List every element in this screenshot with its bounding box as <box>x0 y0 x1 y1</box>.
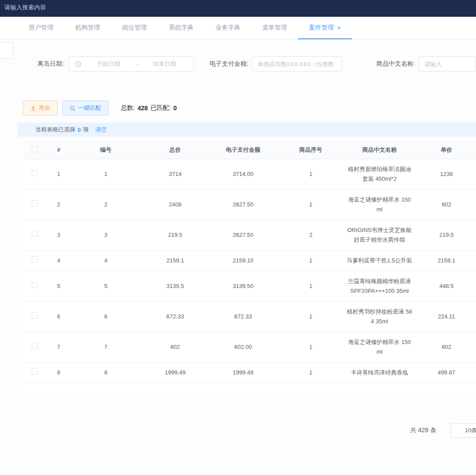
table-header-row: # 编号 总价 电子支付金额 商品序号 商品中文名称 单价 <box>23 141 476 159</box>
page-size-select[interactable]: 10条/页 <box>450 423 476 438</box>
end-date-input[interactable]: 结束日期 <box>140 60 189 68</box>
row-checkbox[interactable] <box>32 170 38 176</box>
cell-name: 马爹利蓝带干邑1.5公升装 <box>345 250 414 271</box>
col-header-total: 总价 <box>141 141 209 159</box>
data-table: # 编号 总价 电子支付金额 商品序号 商品中文名称 单价 1137143714… <box>23 141 476 395</box>
cell-unit: 602 <box>414 332 476 362</box>
matched-label: 已匹配: <box>150 104 171 112</box>
cell-total: 602 <box>141 332 209 362</box>
tab-label: 机构管理 <box>75 24 100 32</box>
total-value: 428 <box>138 105 148 112</box>
cell-name: 海蓝之谜修护精萃水 150ml <box>345 332 414 362</box>
checkbox-cell <box>23 250 47 271</box>
tab-label: 菜单管理 <box>262 24 287 32</box>
cell-unit: 224.11 <box>414 301 476 332</box>
export-button[interactable]: 导出 <box>23 101 58 116</box>
row-checkbox[interactable] <box>32 256 38 262</box>
col-header-unit-price: 单价 <box>414 141 476 159</box>
tab-业务字典[interactable]: 业务字典 <box>205 17 251 39</box>
row-checkbox[interactable] <box>32 231 38 237</box>
toolbar: 导出 一键匹配 总数: 428 已匹配: 0 <box>23 101 476 116</box>
cell-name: 植村秀新琥珀臻萃洁颜油套装 450ml*2 <box>345 159 414 189</box>
date-range-picker[interactable]: 开始日期 - 结束日期 <box>68 56 194 71</box>
cell-no: 8 <box>71 362 141 383</box>
clear-selection-link[interactable]: 清空 <box>95 126 107 134</box>
cell-idx: 2 <box>47 189 71 220</box>
cell-no: 5 <box>71 271 141 301</box>
cell-no: 4 <box>71 250 141 271</box>
cell-no: 2 <box>71 189 141 220</box>
row-checkbox[interactable] <box>32 282 38 288</box>
pagination-total: 共 428 条 <box>410 426 436 434</box>
filter-bar: 离岛日期: 开始日期 - 结束日期 电子支付金额: 商品中文名称: <box>37 40 476 71</box>
start-date-input[interactable]: 开始日期 <box>84 60 133 68</box>
cell-payment: 2159.10 <box>209 250 277 271</box>
cell-name: 卡诗菁纯亮泽经典香氛 <box>345 362 414 383</box>
topbar-search-input[interactable]: 请输入搜索内容 <box>4 4 46 11</box>
cell-seq: 1 <box>277 271 345 301</box>
table-row: 442159.12159.101马爹利蓝带干邑1.5公升装2159.1 <box>23 250 476 271</box>
tab-label: 用户管理 <box>29 24 53 32</box>
collapsed-panel <box>0 42 13 59</box>
cell-total: 219.5 <box>141 220 209 250</box>
cell-idx: 5 <box>47 271 71 301</box>
product-name-input[interactable] <box>419 56 476 71</box>
tab-bar: 用户管理机构管理岗位管理系统字典业务字典菜单管理案件管理× <box>0 17 476 40</box>
cell-seq: 1 <box>277 159 345 189</box>
cell-no: 6 <box>71 301 141 332</box>
col-header-payment: 电子支付金额 <box>209 141 277 159</box>
cell-idx: 7 <box>47 332 71 362</box>
cell-seq: 2 <box>277 220 345 250</box>
cell-total: 3139.5 <box>141 271 209 301</box>
cell-seq: 1 <box>277 250 345 271</box>
date-filter-label: 离岛日期: <box>37 60 64 68</box>
row-checkbox[interactable] <box>32 368 38 374</box>
export-button-label: 导出 <box>39 104 50 112</box>
table-row: 881999.491999.491卡诗菁纯亮泽经典香氛499.87 <box>23 362 476 383</box>
topbar: 请输入搜索内容 <box>0 0 476 17</box>
tab-用户管理[interactable]: 用户管理 <box>18 17 64 39</box>
cell-name: 植村秀羽纱持妆粉底液 584 35ml <box>345 301 414 332</box>
tab-菜单管理[interactable]: 菜单管理 <box>251 17 298 39</box>
checkbox-cell <box>23 301 47 332</box>
col-header-name: 商品中文名称 <box>345 141 414 159</box>
cell-payment: 2627.50 <box>209 189 277 220</box>
col-header-index: # <box>47 141 71 159</box>
table-row: 553139.53139.501兰蔻菁纯臻颜精华粉底液SPF20PA+++100… <box>23 271 476 301</box>
cell-unit: 219.5 <box>414 220 476 250</box>
table-body: 1137143714.001植村秀新琥珀臻萃洁颜油套装 450ml*212382… <box>23 159 476 383</box>
row-checkbox[interactable] <box>32 312 38 318</box>
tab-label: 案件管理 <box>309 24 334 32</box>
cell-payment: 3139.50 <box>209 271 277 301</box>
row-checkbox[interactable] <box>32 343 38 349</box>
one-click-match-button[interactable]: 一键匹配 <box>62 101 108 116</box>
product-name-filter-label: 商品中文名称: <box>376 60 415 68</box>
cell-idx: 4 <box>47 250 71 271</box>
tab-岗位管理[interactable]: 岗位管理 <box>111 17 158 39</box>
cell-payment: 672.33 <box>209 301 277 332</box>
table-row: 33219.52627.502ORIGINS韦博士灵芝焕能好底子精华水两件组21… <box>23 220 476 250</box>
col-header-no: 编号 <box>71 141 141 159</box>
selection-prefix: 当前表格已选择 <box>35 126 75 134</box>
cell-seq: 1 <box>277 332 345 362</box>
checkbox-cell <box>23 189 47 220</box>
cell-no: 7 <box>71 332 141 362</box>
cell-name: 兰蔻菁纯臻颜精华粉底液SPF20PA+++100 35ml <box>345 271 414 301</box>
cell-unit: 602 <box>414 189 476 220</box>
cell-total: 672.33 <box>141 301 209 332</box>
row-checkbox[interactable] <box>32 200 38 206</box>
tab-系统字典[interactable]: 系统字典 <box>158 17 205 39</box>
tab-机构管理[interactable]: 机构管理 <box>64 17 111 39</box>
payment-filter-label: 电子支付金额: <box>210 60 249 68</box>
payment-amount-input[interactable] <box>252 56 342 71</box>
counts-summary: 总数: 428 已匹配: 0 <box>121 104 177 112</box>
main-content: 离岛日期: 开始日期 - 结束日期 电子支付金额: 商品中文名称: 导出 <box>0 40 476 438</box>
search-icon <box>70 105 75 111</box>
select-all-checkbox[interactable] <box>32 146 38 152</box>
cell-unit: 2159.1 <box>414 250 476 271</box>
close-tab-icon[interactable]: × <box>337 24 341 31</box>
tab-案件管理[interactable]: 案件管理× <box>298 17 352 39</box>
cell-payment: 3714.00 <box>209 159 277 189</box>
selection-suffix: 项 <box>83 126 89 134</box>
cell-name: 海蓝之谜修护精萃水 150ml <box>345 189 414 220</box>
